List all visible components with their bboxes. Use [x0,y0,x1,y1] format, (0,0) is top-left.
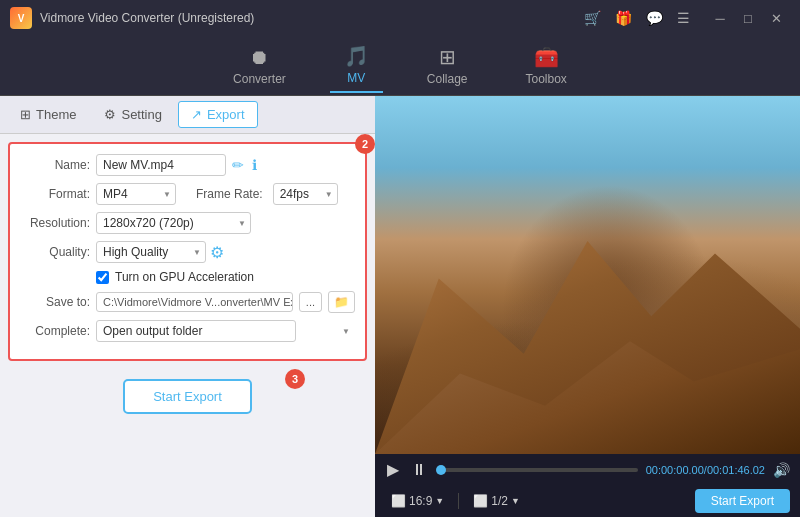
close-btn[interactable]: ✕ [762,4,790,32]
saveto-label: Save to: [20,295,90,309]
toolbar-divider [458,493,459,509]
aspect-icon: ⬜ [391,494,406,508]
resolution-label: Resolution: [20,216,90,230]
quality-select-wrap: High QualityStandard QualityLow Quality [96,241,206,263]
right-export-btn[interactable]: Start Export [695,489,790,513]
left-panel: ⊞ Theme ⚙ Setting ↗ Export 2 Name: ✏ ℹ [0,96,375,517]
format-label: Format: [20,187,90,201]
aspect-ratio-btn[interactable]: ⬜ 16:9 ▼ [385,491,450,511]
window-controls: ─ □ ✕ [706,4,790,32]
quality-value-wrap: High QualityStandard QualityLow Quality … [96,241,355,263]
right-panel: ▶ ⏸ 00:00:00.00/00:01:46.02 🔊 ⬜ 16:9 ▼ ⬜… [375,96,800,517]
framerate-select-wrap: 24fps30fps60fps [273,183,338,205]
start-export-area: 3 Start Export [0,379,375,414]
sub-tabs: ⊞ Theme ⚙ Setting ↗ Export [0,96,375,134]
video-preview [375,96,800,454]
export-panel: 2 Name: ✏ ℹ Format: MP4MOVAVIMKV [8,142,367,361]
quality-row: Quality: High QualityStandard QualityLow… [20,241,355,263]
tab-theme[interactable]: ⊞ Theme [8,102,88,127]
nav-tabs: ⏺ Converter 🎵 MV ⊞ Collage 🧰 Toolbox [0,36,800,96]
edit-name-icon[interactable]: ✏ [230,155,246,175]
zoom-chevron: ▼ [511,496,520,506]
name-label: Name: [20,158,90,172]
badge-3: 3 [285,369,305,389]
gift-icon[interactable]: 🎁 [615,10,632,26]
quality-label: Quality: [20,245,90,259]
menu-icon[interactable]: ☰ [677,10,690,26]
browse-btn[interactable]: ... [299,292,322,312]
gpu-row: Turn on GPU Acceleration [20,270,355,284]
resolution-select-wrap: 1280x720 (720p)1920x1080 (1080p)640x480 … [96,212,251,234]
name-row: Name: ✏ ℹ [20,154,355,176]
gpu-label: Turn on GPU Acceleration [115,270,254,284]
minimize-btn[interactable]: ─ [706,4,734,32]
resolution-row: Resolution: 1280x720 (720p)1920x1080 (10… [20,212,355,234]
format-row: Format: MP4MOVAVIMKV Frame Rate: 24fps30… [20,183,355,205]
maximize-btn[interactable]: □ [734,4,762,32]
converter-icon: ⏺ [249,46,269,69]
cart-icon[interactable]: 🛒 [584,10,601,26]
aspect-chevron: ▼ [435,496,444,506]
export-arrow-icon: ↗ [191,107,202,122]
tab-toolbox[interactable]: 🧰 Toolbox [512,39,581,92]
progress-dot [436,465,446,475]
badge-2: 2 [355,134,375,154]
start-export-button[interactable]: Start Export [123,379,252,414]
complete-row: Complete: Open output folderDo nothingSh… [20,320,355,342]
resolution-select[interactable]: 1280x720 (720p)1920x1080 (1080p)640x480 … [96,212,251,234]
zoom-btn[interactable]: ⬜ 1/2 ▼ [467,491,526,511]
time-display: 00:00:00.00/00:01:46.02 [646,464,765,476]
theme-grid-icon: ⊞ [20,107,31,122]
complete-value-wrap: Open output folderDo nothingShut down [96,320,355,342]
quality-settings-icon[interactable]: ⚙ [210,243,224,262]
open-folder-btn[interactable]: 📁 [328,291,355,313]
app-title: Vidmore Video Converter (Unregistered) [40,11,584,25]
mv-icon: 🎵 [344,44,369,68]
main-content: ⊞ Theme ⚙ Setting ↗ Export 2 Name: ✏ ℹ [0,96,800,517]
video-background [375,96,800,454]
app-logo: V [10,7,32,29]
tab-setting[interactable]: ⚙ Setting [92,102,173,127]
video-controls: ▶ ⏸ 00:00:00.00/00:01:46.02 🔊 [375,454,800,485]
name-input[interactable] [96,154,226,176]
titlebar-icons: 🛒 🎁 💬 ☰ [584,10,690,26]
gpu-checkbox[interactable] [96,271,109,284]
framerate-label: Frame Rate: [196,187,263,201]
tab-collage[interactable]: ⊞ Collage [413,39,482,92]
complete-label: Complete: [20,324,90,338]
tab-mv[interactable]: 🎵 MV [330,38,383,93]
titlebar: V Vidmore Video Converter (Unregistered)… [0,0,800,36]
quality-select[interactable]: High QualityStandard QualityLow Quality [96,241,206,263]
toolbox-icon: 🧰 [534,45,559,69]
format-select-wrap: MP4MOVAVIMKV [96,183,176,205]
format-value-wrap: MP4MOVAVIMKV Frame Rate: 24fps30fps60fps [96,183,355,205]
resolution-value-wrap: 1280x720 (720p)1920x1080 (1080p)640x480 … [96,212,355,234]
setting-gear-icon: ⚙ [104,107,116,122]
complete-select[interactable]: Open output folderDo nothingShut down [96,320,296,342]
info-icon[interactable]: ℹ [250,155,259,175]
name-value-wrap: ✏ ℹ [96,154,355,176]
format-select[interactable]: MP4MOVAVIMKV [96,183,176,205]
zoom-icon: ⬜ [473,494,488,508]
volume-btn[interactable]: 🔊 [773,462,790,478]
stop-btn[interactable]: ⏸ [409,461,429,479]
tab-converter[interactable]: ⏺ Converter [219,40,300,92]
saveto-row: Save to: C:\Vidmore\Vidmore V...onverter… [20,291,355,313]
chat-icon[interactable]: 💬 [646,10,663,26]
progress-bar[interactable] [437,468,638,472]
collage-icon: ⊞ [439,45,456,69]
play-btn[interactable]: ▶ [385,460,401,479]
save-path: C:\Vidmore\Vidmore V...onverter\MV Expor… [96,292,293,312]
video-toolbar: ⬜ 16:9 ▼ ⬜ 1/2 ▼ Start Export [375,485,800,517]
complete-select-wrap: Open output folderDo nothingShut down [96,320,355,342]
framerate-select[interactable]: 24fps30fps60fps [273,183,338,205]
tab-export[interactable]: ↗ Export [178,101,258,128]
